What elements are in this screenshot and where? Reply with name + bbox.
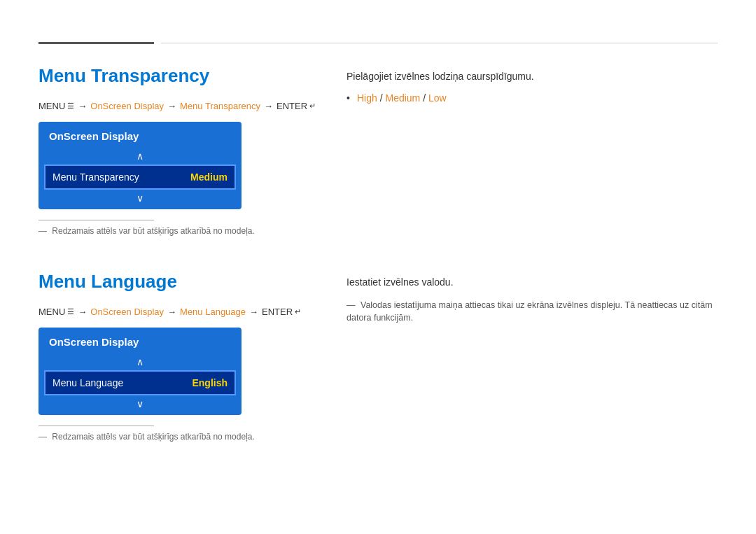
osd-panel1-row-value: Medium (190, 171, 227, 183)
section2-title: Menu Language (38, 271, 318, 293)
breadcrumb2-link1: OnScreen Display (90, 307, 164, 317)
osd-panel2-row-label: Menu Language (52, 377, 123, 388)
breadcrumb1-arrow3: → (264, 101, 273, 111)
breadcrumb2-menu: MENU (38, 307, 65, 317)
section2-left: Menu Language MENU ☰ → OnScreen Display … (38, 271, 318, 442)
enter2-icon: ↵ (295, 307, 301, 316)
breadcrumb1-link1: OnScreen Display (90, 101, 164, 111)
enter1-icon: ↵ (309, 101, 316, 111)
chevron-down-icon-1: ∨ (136, 192, 144, 204)
section1-left: Menu Transparency MENU ☰ → OnScreen Disp… (38, 65, 318, 236)
footer1-divider (38, 220, 154, 220)
breadcrumb2-arrow2: → (167, 307, 176, 317)
section-menu-transparency: Menu Transparency MENU ☰ → OnScreen Disp… (38, 65, 718, 236)
section2-right: Iestatiet izvēlnes valodu. ― Valodas ies… (346, 271, 718, 442)
section1-options: High / Medium / Low (346, 92, 718, 104)
section1-options-item: High / Medium / Low (346, 92, 718, 104)
section-menu-language: Menu Language MENU ☰ → OnScreen Display … (38, 271, 718, 442)
footer2-divider (38, 426, 154, 426)
osd-panel1-header: OnScreen Display (38, 122, 241, 148)
breadcrumb2-enter: ENTER (262, 307, 293, 317)
option-low: Low (428, 92, 447, 104)
osd-panel1-row-label: Menu Transparency (52, 171, 139, 183)
osd-panel2-header: OnScreen Display (38, 328, 241, 353)
top-divider (38, 42, 718, 44)
osd-panel-2: OnScreen Display ∧ Menu Language English… (38, 328, 241, 415)
section1-description: Pielāgojiet izvēlnes lodziņa caurspīdīgu… (346, 69, 718, 84)
osd-panel2-chevron-up: ∧ (38, 353, 241, 370)
section1-title: Menu Transparency (38, 65, 318, 87)
osd-panel2-row-value: English (192, 377, 227, 388)
chevron-down-icon-2: ∨ (136, 398, 144, 409)
breadcrumb2-arrow3: → (249, 307, 258, 317)
section2-note: ― Valodas iestatījuma maiņa attiecas tik… (346, 299, 718, 325)
section2-description: Iestatiet izvēlnes valodu. (346, 274, 718, 290)
osd-panel1-chevron-down: ∨ (38, 190, 241, 209)
section1-breadcrumb: MENU ☰ → OnScreen Display → Menu Transpa… (38, 101, 318, 111)
chevron-up-icon-1: ∧ (136, 150, 144, 162)
osd-panel2-chevron-down: ∨ (38, 395, 241, 415)
breadcrumb1-enter: ENTER (276, 101, 307, 111)
osd-panel2-row: Menu Language English (44, 370, 236, 395)
osd-panel1-chevron-up: ∧ (38, 148, 241, 164)
section1-right: Pielāgojiet izvēlnes lodziņa caurspīdīgu… (346, 65, 718, 236)
menu2-icon: ☰ (67, 307, 74, 316)
footer1-note: ― Redzamais attēls var būt atšķirīgs atk… (38, 226, 318, 236)
chevron-up-icon-2: ∧ (136, 356, 144, 367)
breadcrumb1-arrow1: → (78, 101, 87, 111)
breadcrumb1-menu: MENU (38, 101, 65, 111)
breadcrumb1-arrow2: → (167, 101, 176, 111)
breadcrumb2-link2: Menu Language (180, 307, 246, 317)
option-medium: Medium (385, 92, 420, 104)
osd-panel1-row: Menu Transparency Medium (44, 164, 236, 190)
breadcrumb2-arrow1: → (78, 307, 87, 317)
section1-footer: ― Redzamais attēls var būt atšķirīgs atk… (38, 220, 318, 236)
breadcrumb1-link2: Menu Transparency (180, 101, 260, 111)
osd-panel-1: OnScreen Display ∧ Menu Transparency Med… (38, 122, 241, 209)
option-high: High (357, 92, 377, 104)
section2-footer: ― Redzamais attēls var būt atšķirīgs atk… (38, 426, 318, 442)
section2-breadcrumb: MENU ☰ → OnScreen Display → Menu Languag… (38, 307, 318, 317)
footer2-note: ― Redzamais attēls var būt atšķirīgs atk… (38, 432, 318, 442)
menu1-icon: ☰ (67, 101, 74, 111)
